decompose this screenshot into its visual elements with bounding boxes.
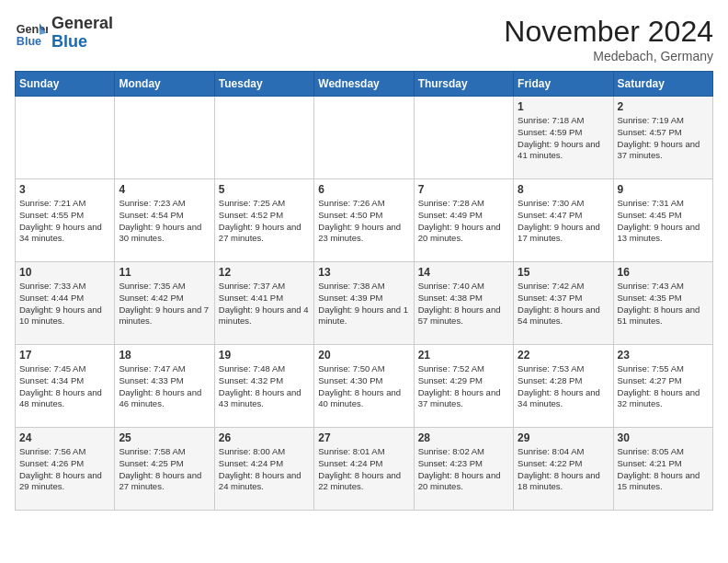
day-cell (115, 97, 214, 179)
day-info: Sunrise: 7:37 AM Sunset: 4:41 PM Dayligh… (219, 281, 310, 327)
day-number: 26 (219, 431, 310, 444)
day-number: 22 (518, 349, 609, 362)
day-info: Sunrise: 7:47 AM Sunset: 4:33 PM Dayligh… (119, 363, 210, 410)
day-cell: 28Sunrise: 8:02 AM Sunset: 4:23 PM Dayli… (414, 428, 513, 511)
day-info: Sunrise: 7:35 AM Sunset: 4:42 PM Dayligh… (119, 281, 210, 327)
day-number: 18 (119, 349, 210, 362)
day-number: 17 (19, 349, 110, 362)
week-row-3: 10Sunrise: 7:33 AM Sunset: 4:44 PM Dayli… (16, 262, 713, 345)
day-cell: 9Sunrise: 7:31 AM Sunset: 4:45 PM Daylig… (613, 179, 712, 262)
day-info: Sunrise: 7:42 AM Sunset: 4:37 PM Dayligh… (518, 281, 609, 327)
day-number: 2 (618, 100, 709, 113)
day-number: 29 (518, 431, 609, 444)
calendar-table: SundayMondayTuesdayWednesdayThursdayFrid… (15, 71, 713, 511)
day-number: 25 (119, 431, 210, 444)
day-info: Sunrise: 8:02 AM Sunset: 4:23 PM Dayligh… (418, 446, 509, 493)
month-title: November 2024 (504, 15, 713, 49)
week-row-2: 3Sunrise: 7:21 AM Sunset: 4:55 PM Daylig… (16, 179, 713, 262)
day-cell (414, 97, 513, 179)
logo-icon: General Blue (15, 17, 48, 50)
day-cell: 14Sunrise: 7:40 AM Sunset: 4:38 PM Dayli… (414, 262, 513, 345)
day-number: 24 (19, 431, 110, 444)
day-cell: 16Sunrise: 7:43 AM Sunset: 4:35 PM Dayli… (613, 262, 712, 345)
day-cell: 18Sunrise: 7:47 AM Sunset: 4:33 PM Dayli… (115, 345, 214, 428)
day-cell: 8Sunrise: 7:30 AM Sunset: 4:47 PM Daylig… (514, 179, 613, 262)
day-number: 12 (219, 266, 310, 279)
day-cell: 6Sunrise: 7:26 AM Sunset: 4:50 PM Daylig… (314, 179, 414, 262)
day-info: Sunrise: 7:53 AM Sunset: 4:28 PM Dayligh… (518, 363, 609, 410)
day-cell: 4Sunrise: 7:23 AM Sunset: 4:54 PM Daylig… (115, 179, 214, 262)
day-info: Sunrise: 7:40 AM Sunset: 4:38 PM Dayligh… (418, 281, 509, 327)
day-cell: 11Sunrise: 7:35 AM Sunset: 4:42 PM Dayli… (115, 262, 214, 345)
day-cell: 19Sunrise: 7:48 AM Sunset: 4:32 PM Dayli… (214, 345, 313, 428)
svg-text:Blue: Blue (17, 34, 41, 47)
day-header-tuesday: Tuesday (214, 72, 313, 97)
day-info: Sunrise: 7:55 AM Sunset: 4:27 PM Dayligh… (618, 363, 709, 410)
header-row: SundayMondayTuesdayWednesdayThursdayFrid… (16, 72, 713, 97)
day-number: 27 (318, 431, 409, 444)
day-number: 20 (318, 349, 409, 362)
day-number: 8 (518, 183, 609, 196)
day-number: 11 (119, 266, 210, 279)
day-cell: 22Sunrise: 7:53 AM Sunset: 4:28 PM Dayli… (514, 345, 613, 428)
day-info: Sunrise: 8:05 AM Sunset: 4:21 PM Dayligh… (618, 446, 709, 493)
week-row-4: 17Sunrise: 7:45 AM Sunset: 4:34 PM Dayli… (16, 345, 713, 428)
page-header: General Blue General Blue November 2024 … (15, 15, 713, 63)
day-number: 5 (219, 183, 310, 196)
day-number: 14 (418, 266, 509, 279)
day-number: 6 (318, 183, 409, 196)
day-info: Sunrise: 7:58 AM Sunset: 4:25 PM Dayligh… (119, 446, 210, 493)
day-number: 10 (19, 266, 110, 279)
day-info: Sunrise: 8:00 AM Sunset: 4:24 PM Dayligh… (219, 446, 310, 493)
day-cell: 27Sunrise: 8:01 AM Sunset: 4:24 PM Dayli… (314, 428, 414, 511)
day-number: 4 (119, 183, 210, 196)
day-info: Sunrise: 7:38 AM Sunset: 4:39 PM Dayligh… (318, 281, 409, 327)
day-number: 7 (418, 183, 509, 196)
day-cell: 20Sunrise: 7:50 AM Sunset: 4:30 PM Dayli… (314, 345, 414, 428)
week-row-1: 1Sunrise: 7:18 AM Sunset: 4:59 PM Daylig… (16, 97, 713, 179)
day-cell: 2Sunrise: 7:19 AM Sunset: 4:57 PM Daylig… (613, 97, 712, 179)
day-header-thursday: Thursday (414, 72, 513, 97)
day-cell: 7Sunrise: 7:28 AM Sunset: 4:49 PM Daylig… (414, 179, 513, 262)
day-header-saturday: Saturday (613, 72, 712, 97)
day-number: 16 (618, 266, 709, 279)
day-info: Sunrise: 8:01 AM Sunset: 4:24 PM Dayligh… (318, 446, 409, 493)
day-number: 23 (618, 349, 709, 362)
day-info: Sunrise: 7:50 AM Sunset: 4:30 PM Dayligh… (318, 363, 409, 410)
day-header-wednesday: Wednesday (314, 72, 414, 97)
day-number: 15 (518, 266, 609, 279)
day-info: Sunrise: 7:48 AM Sunset: 4:32 PM Dayligh… (219, 363, 310, 410)
day-info: Sunrise: 7:19 AM Sunset: 4:57 PM Dayligh… (618, 115, 709, 162)
day-cell (314, 97, 414, 179)
day-cell: 29Sunrise: 8:04 AM Sunset: 4:22 PM Dayli… (514, 428, 613, 511)
day-cell: 13Sunrise: 7:38 AM Sunset: 4:39 PM Dayli… (314, 262, 414, 345)
week-row-5: 24Sunrise: 7:56 AM Sunset: 4:26 PM Dayli… (16, 428, 713, 511)
day-number: 13 (318, 266, 409, 279)
day-info: Sunrise: 7:43 AM Sunset: 4:35 PM Dayligh… (618, 281, 709, 327)
title-block: November 2024 Medebach, Germany (504, 15, 713, 63)
day-info: Sunrise: 7:31 AM Sunset: 4:45 PM Dayligh… (618, 198, 709, 245)
day-info: Sunrise: 7:28 AM Sunset: 4:49 PM Dayligh… (418, 198, 509, 245)
day-cell: 24Sunrise: 7:56 AM Sunset: 4:26 PM Dayli… (16, 428, 115, 511)
day-cell (16, 97, 115, 179)
day-info: Sunrise: 7:30 AM Sunset: 4:47 PM Dayligh… (518, 198, 609, 245)
day-cell: 3Sunrise: 7:21 AM Sunset: 4:55 PM Daylig… (16, 179, 115, 262)
day-cell: 5Sunrise: 7:25 AM Sunset: 4:52 PM Daylig… (214, 179, 313, 262)
day-number: 30 (618, 431, 709, 444)
logo-blue: Blue (51, 32, 87, 51)
day-info: Sunrise: 7:52 AM Sunset: 4:29 PM Dayligh… (418, 363, 509, 410)
day-cell: 23Sunrise: 7:55 AM Sunset: 4:27 PM Dayli… (613, 345, 712, 428)
day-cell: 15Sunrise: 7:42 AM Sunset: 4:37 PM Dayli… (514, 262, 613, 345)
day-cell: 17Sunrise: 7:45 AM Sunset: 4:34 PM Dayli… (16, 345, 115, 428)
day-header-monday: Monday (115, 72, 214, 97)
day-number: 3 (19, 183, 110, 196)
day-cell: 10Sunrise: 7:33 AM Sunset: 4:44 PM Dayli… (16, 262, 115, 345)
day-header-sunday: Sunday (16, 72, 115, 97)
day-info: Sunrise: 7:18 AM Sunset: 4:59 PM Dayligh… (518, 115, 609, 162)
day-cell: 25Sunrise: 7:58 AM Sunset: 4:25 PM Dayli… (115, 428, 214, 511)
day-cell (214, 97, 313, 179)
day-info: Sunrise: 7:26 AM Sunset: 4:50 PM Dayligh… (318, 198, 409, 245)
logo-text: General Blue (51, 15, 113, 52)
location: Medebach, Germany (504, 49, 713, 63)
day-cell: 26Sunrise: 8:00 AM Sunset: 4:24 PM Dayli… (214, 428, 313, 511)
